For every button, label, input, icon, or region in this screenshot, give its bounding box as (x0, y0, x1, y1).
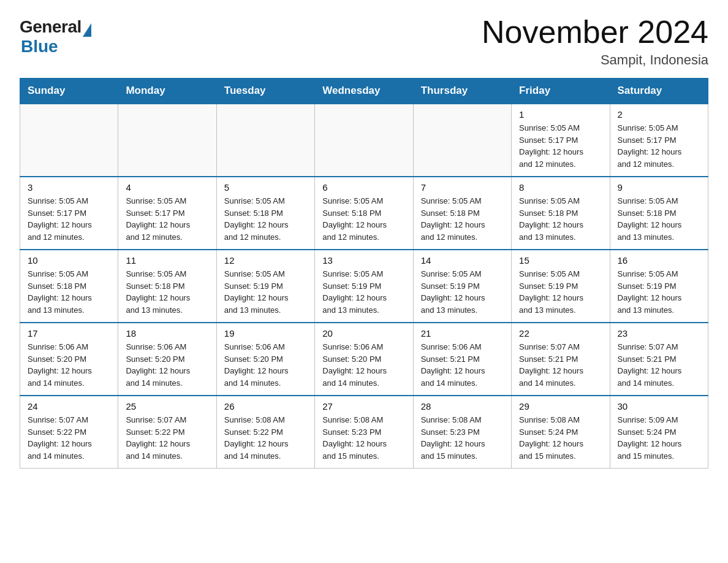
weekday-header: Tuesday (216, 79, 314, 104)
calendar-week-row: 3Sunrise: 5:05 AM Sunset: 5:17 PM Daylig… (20, 177, 708, 250)
day-number: 8 (519, 182, 603, 193)
calendar-day-cell: 8Sunrise: 5:05 AM Sunset: 5:18 PM Daylig… (512, 177, 610, 250)
day-info: Sunrise: 5:08 AM Sunset: 5:23 PM Dayligh… (421, 414, 505, 462)
calendar-day-cell: 3Sunrise: 5:05 AM Sunset: 5:17 PM Daylig… (20, 177, 118, 250)
day-info: Sunrise: 5:08 AM Sunset: 5:24 PM Dayligh… (519, 414, 603, 462)
day-info: Sunrise: 5:05 AM Sunset: 5:18 PM Dayligh… (519, 195, 603, 243)
calendar-day-cell: 29Sunrise: 5:08 AM Sunset: 5:24 PM Dayli… (512, 396, 610, 469)
day-number: 10 (28, 255, 112, 266)
day-number: 21 (421, 328, 505, 339)
day-info: Sunrise: 5:05 AM Sunset: 5:17 PM Dayligh… (28, 195, 112, 243)
logo-blue-text: Blue (21, 37, 58, 56)
day-info: Sunrise: 5:06 AM Sunset: 5:20 PM Dayligh… (28, 341, 112, 389)
day-number: 17 (28, 328, 112, 339)
day-info: Sunrise: 5:05 AM Sunset: 5:18 PM Dayligh… (126, 268, 210, 316)
day-number: 29 (519, 401, 603, 412)
day-number: 6 (322, 182, 406, 193)
day-info: Sunrise: 5:08 AM Sunset: 5:23 PM Dayligh… (322, 414, 406, 462)
day-info: Sunrise: 5:05 AM Sunset: 5:19 PM Dayligh… (519, 268, 603, 316)
day-number: 20 (322, 328, 406, 339)
calendar-day-cell: 17Sunrise: 5:06 AM Sunset: 5:20 PM Dayli… (20, 323, 118, 396)
day-info: Sunrise: 5:05 AM Sunset: 5:18 PM Dayligh… (421, 195, 505, 243)
day-info: Sunrise: 5:05 AM Sunset: 5:18 PM Dayligh… (322, 195, 406, 243)
calendar-day-cell: 9Sunrise: 5:05 AM Sunset: 5:18 PM Daylig… (610, 177, 708, 250)
day-info: Sunrise: 5:05 AM Sunset: 5:19 PM Dayligh… (322, 268, 406, 316)
day-number: 23 (618, 328, 702, 339)
calendar-table: SundayMondayTuesdayWednesdayThursdayFrid… (20, 78, 708, 469)
calendar-day-cell: 18Sunrise: 5:06 AM Sunset: 5:20 PM Dayli… (118, 323, 216, 396)
day-info: Sunrise: 5:07 AM Sunset: 5:22 PM Dayligh… (28, 414, 112, 462)
calendar-day-cell (413, 104, 511, 177)
day-info: Sunrise: 5:07 AM Sunset: 5:21 PM Dayligh… (519, 341, 603, 389)
calendar-subtitle: Sampit, Indonesia (482, 52, 708, 68)
weekday-header: Wednesday (315, 79, 413, 104)
calendar-day-cell: 25Sunrise: 5:07 AM Sunset: 5:22 PM Dayli… (118, 396, 216, 469)
weekday-header: Friday (512, 79, 610, 104)
calendar-day-cell: 10Sunrise: 5:05 AM Sunset: 5:18 PM Dayli… (20, 250, 118, 323)
day-info: Sunrise: 5:05 AM Sunset: 5:19 PM Dayligh… (224, 268, 308, 316)
calendar-day-cell: 30Sunrise: 5:09 AM Sunset: 5:24 PM Dayli… (610, 396, 708, 469)
calendar-day-cell: 15Sunrise: 5:05 AM Sunset: 5:19 PM Dayli… (512, 250, 610, 323)
day-info: Sunrise: 5:09 AM Sunset: 5:24 PM Dayligh… (618, 414, 702, 462)
day-number: 3 (28, 182, 112, 193)
day-number: 9 (618, 182, 702, 193)
calendar-week-row: 10Sunrise: 5:05 AM Sunset: 5:18 PM Dayli… (20, 250, 708, 323)
day-info: Sunrise: 5:05 AM Sunset: 5:19 PM Dayligh… (618, 268, 702, 316)
calendar-week-row: 17Sunrise: 5:06 AM Sunset: 5:20 PM Dayli… (20, 323, 708, 396)
day-info: Sunrise: 5:06 AM Sunset: 5:21 PM Dayligh… (421, 341, 505, 389)
calendar-day-cell: 20Sunrise: 5:06 AM Sunset: 5:20 PM Dayli… (315, 323, 413, 396)
calendar-header-row: SundayMondayTuesdayWednesdayThursdayFrid… (20, 79, 708, 104)
day-number: 5 (224, 182, 308, 193)
calendar-day-cell (315, 104, 413, 177)
day-info: Sunrise: 5:05 AM Sunset: 5:17 PM Dayligh… (519, 122, 603, 170)
day-info: Sunrise: 5:06 AM Sunset: 5:20 PM Dayligh… (126, 341, 210, 389)
day-number: 18 (126, 328, 210, 339)
day-number: 1 (519, 109, 603, 120)
weekday-header: Saturday (610, 79, 708, 104)
day-info: Sunrise: 5:07 AM Sunset: 5:22 PM Dayligh… (126, 414, 210, 462)
calendar-title: November 2024 (482, 15, 708, 50)
calendar-day-cell: 26Sunrise: 5:08 AM Sunset: 5:22 PM Dayli… (216, 396, 314, 469)
logo: General Blue (20, 17, 91, 56)
day-number: 26 (224, 401, 308, 412)
calendar-day-cell: 1Sunrise: 5:05 AM Sunset: 5:17 PM Daylig… (512, 104, 610, 177)
day-number: 12 (224, 255, 308, 266)
calendar-day-cell: 6Sunrise: 5:05 AM Sunset: 5:18 PM Daylig… (315, 177, 413, 250)
calendar-day-cell: 2Sunrise: 5:05 AM Sunset: 5:17 PM Daylig… (610, 104, 708, 177)
day-number: 7 (421, 182, 505, 193)
day-info: Sunrise: 5:08 AM Sunset: 5:22 PM Dayligh… (224, 414, 308, 462)
day-number: 15 (519, 255, 603, 266)
calendar-day-cell (216, 104, 314, 177)
calendar-day-cell: 4Sunrise: 5:05 AM Sunset: 5:17 PM Daylig… (118, 177, 216, 250)
day-number: 14 (421, 255, 505, 266)
calendar-day-cell: 21Sunrise: 5:06 AM Sunset: 5:21 PM Dayli… (413, 323, 511, 396)
calendar-day-cell: 23Sunrise: 5:07 AM Sunset: 5:21 PM Dayli… (610, 323, 708, 396)
calendar-day-cell: 13Sunrise: 5:05 AM Sunset: 5:19 PM Dayli… (315, 250, 413, 323)
calendar-day-cell: 5Sunrise: 5:05 AM Sunset: 5:18 PM Daylig… (216, 177, 314, 250)
calendar-day-cell: 7Sunrise: 5:05 AM Sunset: 5:18 PM Daylig… (413, 177, 511, 250)
day-info: Sunrise: 5:05 AM Sunset: 5:18 PM Dayligh… (28, 268, 112, 316)
day-number: 19 (224, 328, 308, 339)
day-number: 25 (126, 401, 210, 412)
calendar-day-cell: 22Sunrise: 5:07 AM Sunset: 5:21 PM Dayli… (512, 323, 610, 396)
logo-triangle-icon (83, 23, 91, 37)
calendar-day-cell: 28Sunrise: 5:08 AM Sunset: 5:23 PM Dayli… (413, 396, 511, 469)
day-number: 13 (322, 255, 406, 266)
day-number: 2 (618, 109, 702, 120)
calendar-day-cell: 24Sunrise: 5:07 AM Sunset: 5:22 PM Dayli… (20, 396, 118, 469)
day-number: 11 (126, 255, 210, 266)
calendar-day-cell (118, 104, 216, 177)
weekday-header: Monday (118, 79, 216, 104)
day-info: Sunrise: 5:06 AM Sunset: 5:20 PM Dayligh… (322, 341, 406, 389)
logo-general-text: General (20, 17, 82, 37)
day-number: 30 (618, 401, 702, 412)
calendar-day-cell: 12Sunrise: 5:05 AM Sunset: 5:19 PM Dayli… (216, 250, 314, 323)
day-info: Sunrise: 5:05 AM Sunset: 5:19 PM Dayligh… (421, 268, 505, 316)
title-block: November 2024 Sampit, Indonesia (482, 15, 708, 68)
calendar-week-row: 24Sunrise: 5:07 AM Sunset: 5:22 PM Dayli… (20, 396, 708, 469)
page-header: General Blue November 2024 Sampit, Indon… (20, 15, 708, 68)
day-info: Sunrise: 5:06 AM Sunset: 5:20 PM Dayligh… (224, 341, 308, 389)
day-number: 16 (618, 255, 702, 266)
calendar-day-cell (20, 104, 118, 177)
day-info: Sunrise: 5:05 AM Sunset: 5:17 PM Dayligh… (126, 195, 210, 243)
